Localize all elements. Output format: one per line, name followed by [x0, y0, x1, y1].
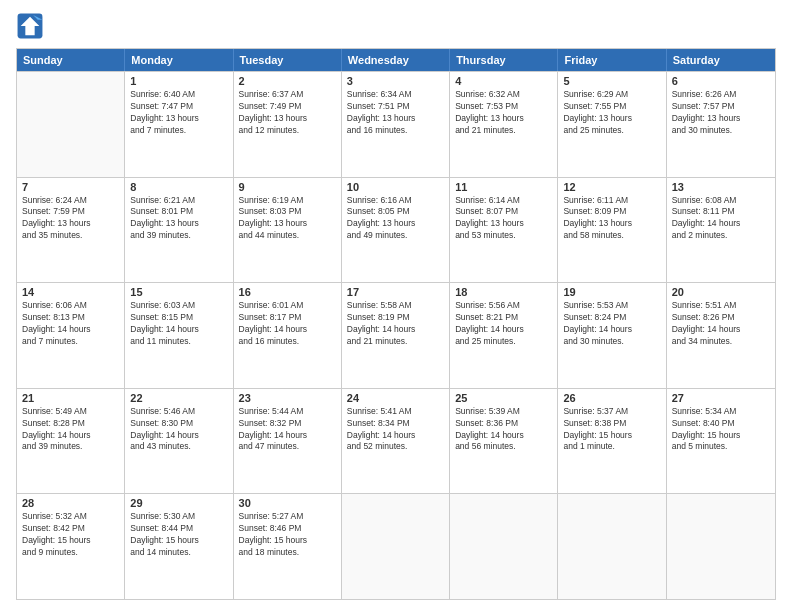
day-number: 27: [672, 392, 770, 404]
day-info: Sunrise: 6:40 AM Sunset: 7:47 PM Dayligh…: [130, 89, 227, 137]
day-number: 13: [672, 181, 770, 193]
calendar-cell: 1Sunrise: 6:40 AM Sunset: 7:47 PM Daylig…: [125, 72, 233, 177]
day-number: 23: [239, 392, 336, 404]
day-number: 18: [455, 286, 552, 298]
calendar-cell: 8Sunrise: 6:21 AM Sunset: 8:01 PM Daylig…: [125, 178, 233, 283]
day-info: Sunrise: 6:37 AM Sunset: 7:49 PM Dayligh…: [239, 89, 336, 137]
day-info: Sunrise: 5:39 AM Sunset: 8:36 PM Dayligh…: [455, 406, 552, 454]
day-info: Sunrise: 6:08 AM Sunset: 8:11 PM Dayligh…: [672, 195, 770, 243]
day-of-week-header: Friday: [558, 49, 666, 71]
day-info: Sunrise: 6:06 AM Sunset: 8:13 PM Dayligh…: [22, 300, 119, 348]
day-number: 8: [130, 181, 227, 193]
calendar-cell: 18Sunrise: 5:56 AM Sunset: 8:21 PM Dayli…: [450, 283, 558, 388]
day-info: Sunrise: 5:51 AM Sunset: 8:26 PM Dayligh…: [672, 300, 770, 348]
calendar-cell: 21Sunrise: 5:49 AM Sunset: 8:28 PM Dayli…: [17, 389, 125, 494]
day-of-week-header: Saturday: [667, 49, 775, 71]
day-info: Sunrise: 6:16 AM Sunset: 8:05 PM Dayligh…: [347, 195, 444, 243]
day-number: 17: [347, 286, 444, 298]
calendar-cell: 29Sunrise: 5:30 AM Sunset: 8:44 PM Dayli…: [125, 494, 233, 599]
day-number: 7: [22, 181, 119, 193]
calendar-cell: 13Sunrise: 6:08 AM Sunset: 8:11 PM Dayli…: [667, 178, 775, 283]
day-of-week-header: Monday: [125, 49, 233, 71]
day-number: 22: [130, 392, 227, 404]
calendar-header: SundayMondayTuesdayWednesdayThursdayFrid…: [17, 49, 775, 71]
day-number: 12: [563, 181, 660, 193]
day-info: Sunrise: 6:29 AM Sunset: 7:55 PM Dayligh…: [563, 89, 660, 137]
calendar-cell: 16Sunrise: 6:01 AM Sunset: 8:17 PM Dayli…: [234, 283, 342, 388]
day-number: 14: [22, 286, 119, 298]
calendar-cell: 22Sunrise: 5:46 AM Sunset: 8:30 PM Dayli…: [125, 389, 233, 494]
day-number: 11: [455, 181, 552, 193]
calendar-cell: 23Sunrise: 5:44 AM Sunset: 8:32 PM Dayli…: [234, 389, 342, 494]
day-number: 16: [239, 286, 336, 298]
day-number: 26: [563, 392, 660, 404]
calendar-body: 1Sunrise: 6:40 AM Sunset: 7:47 PM Daylig…: [17, 71, 775, 599]
day-info: Sunrise: 6:11 AM Sunset: 8:09 PM Dayligh…: [563, 195, 660, 243]
calendar-cell: 7Sunrise: 6:24 AM Sunset: 7:59 PM Daylig…: [17, 178, 125, 283]
calendar-cell: [558, 494, 666, 599]
day-of-week-header: Wednesday: [342, 49, 450, 71]
day-info: Sunrise: 6:24 AM Sunset: 7:59 PM Dayligh…: [22, 195, 119, 243]
calendar-cell: [450, 494, 558, 599]
calendar-cell: 10Sunrise: 6:16 AM Sunset: 8:05 PM Dayli…: [342, 178, 450, 283]
calendar-row: 1Sunrise: 6:40 AM Sunset: 7:47 PM Daylig…: [17, 71, 775, 177]
day-number: 28: [22, 497, 119, 509]
calendar-cell: [667, 494, 775, 599]
calendar-cell: 2Sunrise: 6:37 AM Sunset: 7:49 PM Daylig…: [234, 72, 342, 177]
day-number: 29: [130, 497, 227, 509]
calendar-cell: 20Sunrise: 5:51 AM Sunset: 8:26 PM Dayli…: [667, 283, 775, 388]
calendar-row: 21Sunrise: 5:49 AM Sunset: 8:28 PM Dayli…: [17, 388, 775, 494]
day-number: 1: [130, 75, 227, 87]
calendar-cell: 6Sunrise: 6:26 AM Sunset: 7:57 PM Daylig…: [667, 72, 775, 177]
day-info: Sunrise: 5:58 AM Sunset: 8:19 PM Dayligh…: [347, 300, 444, 348]
calendar-cell: [17, 72, 125, 177]
day-info: Sunrise: 5:56 AM Sunset: 8:21 PM Dayligh…: [455, 300, 552, 348]
calendar-cell: 9Sunrise: 6:19 AM Sunset: 8:03 PM Daylig…: [234, 178, 342, 283]
day-number: 3: [347, 75, 444, 87]
calendar-cell: 15Sunrise: 6:03 AM Sunset: 8:15 PM Dayli…: [125, 283, 233, 388]
day-info: Sunrise: 5:49 AM Sunset: 8:28 PM Dayligh…: [22, 406, 119, 454]
day-info: Sunrise: 5:27 AM Sunset: 8:46 PM Dayligh…: [239, 511, 336, 559]
calendar-cell: 14Sunrise: 6:06 AM Sunset: 8:13 PM Dayli…: [17, 283, 125, 388]
calendar-cell: 11Sunrise: 6:14 AM Sunset: 8:07 PM Dayli…: [450, 178, 558, 283]
calendar-cell: 30Sunrise: 5:27 AM Sunset: 8:46 PM Dayli…: [234, 494, 342, 599]
day-info: Sunrise: 6:21 AM Sunset: 8:01 PM Dayligh…: [130, 195, 227, 243]
day-info: Sunrise: 6:32 AM Sunset: 7:53 PM Dayligh…: [455, 89, 552, 137]
day-number: 24: [347, 392, 444, 404]
day-info: Sunrise: 5:44 AM Sunset: 8:32 PM Dayligh…: [239, 406, 336, 454]
calendar-cell: 12Sunrise: 6:11 AM Sunset: 8:09 PM Dayli…: [558, 178, 666, 283]
calendar-cell: 19Sunrise: 5:53 AM Sunset: 8:24 PM Dayli…: [558, 283, 666, 388]
day-info: Sunrise: 5:34 AM Sunset: 8:40 PM Dayligh…: [672, 406, 770, 454]
day-info: Sunrise: 6:34 AM Sunset: 7:51 PM Dayligh…: [347, 89, 444, 137]
page: SundayMondayTuesdayWednesdayThursdayFrid…: [0, 0, 792, 612]
calendar-cell: 4Sunrise: 6:32 AM Sunset: 7:53 PM Daylig…: [450, 72, 558, 177]
calendar-row: 28Sunrise: 5:32 AM Sunset: 8:42 PM Dayli…: [17, 493, 775, 599]
day-number: 21: [22, 392, 119, 404]
day-info: Sunrise: 6:03 AM Sunset: 8:15 PM Dayligh…: [130, 300, 227, 348]
day-number: 19: [563, 286, 660, 298]
calendar-cell: [342, 494, 450, 599]
day-info: Sunrise: 6:14 AM Sunset: 8:07 PM Dayligh…: [455, 195, 552, 243]
calendar-cell: 27Sunrise: 5:34 AM Sunset: 8:40 PM Dayli…: [667, 389, 775, 494]
day-info: Sunrise: 5:53 AM Sunset: 8:24 PM Dayligh…: [563, 300, 660, 348]
day-info: Sunrise: 5:41 AM Sunset: 8:34 PM Dayligh…: [347, 406, 444, 454]
day-number: 4: [455, 75, 552, 87]
day-info: Sunrise: 5:32 AM Sunset: 8:42 PM Dayligh…: [22, 511, 119, 559]
calendar-cell: 24Sunrise: 5:41 AM Sunset: 8:34 PM Dayli…: [342, 389, 450, 494]
day-number: 6: [672, 75, 770, 87]
day-number: 20: [672, 286, 770, 298]
day-info: Sunrise: 6:01 AM Sunset: 8:17 PM Dayligh…: [239, 300, 336, 348]
day-number: 2: [239, 75, 336, 87]
day-info: Sunrise: 5:37 AM Sunset: 8:38 PM Dayligh…: [563, 406, 660, 454]
calendar-row: 7Sunrise: 6:24 AM Sunset: 7:59 PM Daylig…: [17, 177, 775, 283]
day-number: 10: [347, 181, 444, 193]
calendar-cell: 17Sunrise: 5:58 AM Sunset: 8:19 PM Dayli…: [342, 283, 450, 388]
header: [16, 12, 776, 40]
calendar-cell: 26Sunrise: 5:37 AM Sunset: 8:38 PM Dayli…: [558, 389, 666, 494]
logo: [16, 12, 48, 40]
day-info: Sunrise: 6:26 AM Sunset: 7:57 PM Dayligh…: [672, 89, 770, 137]
calendar-row: 14Sunrise: 6:06 AM Sunset: 8:13 PM Dayli…: [17, 282, 775, 388]
calendar-cell: 25Sunrise: 5:39 AM Sunset: 8:36 PM Dayli…: [450, 389, 558, 494]
day-number: 30: [239, 497, 336, 509]
day-info: Sunrise: 5:30 AM Sunset: 8:44 PM Dayligh…: [130, 511, 227, 559]
